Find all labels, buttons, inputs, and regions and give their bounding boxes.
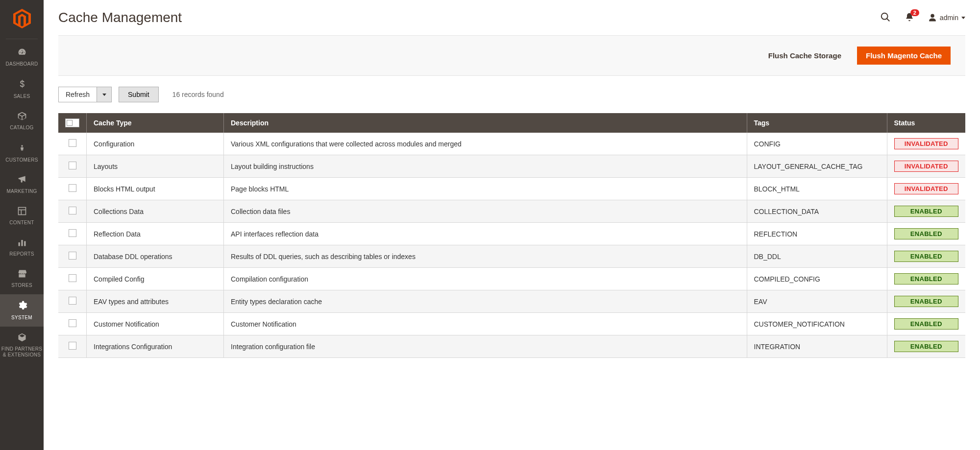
row-checkbox[interactable] — [69, 297, 76, 305]
top-bar-right: 2 admin — [880, 12, 965, 24]
svg-line-7 — [887, 18, 890, 21]
cache-grid: Cache Type Description Tags Status Confi… — [58, 113, 965, 358]
storefront-icon — [1, 269, 43, 280]
search-icon[interactable] — [880, 12, 891, 24]
mass-action-value[interactable]: Refresh — [58, 87, 97, 102]
sidebar-item-system[interactable]: SYSTEM — [0, 294, 44, 327]
svg-point-6 — [882, 13, 888, 19]
cell-cache-type: Reflection Data — [87, 223, 224, 245]
cell-tags: CONFIG — [747, 133, 887, 155]
sidebar-item-dashboard[interactable]: DASHBOARD — [0, 42, 44, 73]
layout-icon — [1, 206, 43, 217]
cell-tags: REFLECTION — [747, 223, 887, 245]
cube-icon — [1, 332, 43, 343]
cell-tags: COMPILED_CONFIG — [747, 268, 887, 290]
row-checkbox[interactable] — [69, 139, 76, 147]
cell-description: Customer Notification — [224, 313, 747, 335]
cell-tags: DB_DDL — [747, 245, 887, 268]
sidebar-item-label: CONTENT — [9, 220, 34, 225]
select-all-checkbox[interactable] — [65, 118, 79, 127]
cell-description: API interfaces reflection data — [224, 223, 747, 245]
table-row: Collections DataCollection data filesCOL… — [58, 200, 965, 223]
sidebar-item-label: MARKETING — [6, 189, 37, 194]
row-checkbox[interactable] — [69, 252, 76, 260]
barchart-icon — [1, 237, 43, 248]
sidebar-item-content[interactable]: CONTENT — [0, 200, 44, 232]
box-icon — [1, 111, 43, 122]
sidebar-item-reports[interactable]: REPORTS — [0, 232, 44, 263]
flush-cache-storage-button[interactable]: Flush Cache Storage — [760, 47, 850, 65]
col-header-status[interactable]: Status — [887, 113, 965, 133]
sidebar-item-stores[interactable]: STORES — [0, 263, 44, 294]
dollar-icon — [1, 79, 43, 91]
sidebar-item-label: SYSTEM — [11, 315, 32, 320]
megaphone-icon — [1, 175, 43, 186]
mass-action-select[interactable]: Refresh — [58, 87, 112, 102]
cell-cache-type: Integrations Configuration — [87, 335, 224, 358]
main-content: Cache Management 2 admin Flush Cache Sto… — [44, 0, 980, 450]
cell-cache-type: Customer Notification — [87, 313, 224, 335]
cell-tags: BLOCK_HTML — [747, 178, 887, 200]
table-row: LayoutsLayout building instructionsLAYOU… — [58, 155, 965, 178]
dashboard-icon — [1, 47, 43, 58]
cell-cache-type: Blocks HTML output — [87, 178, 224, 200]
row-checkbox[interactable] — [69, 162, 76, 169]
cell-description: Layout building instructions — [224, 155, 747, 178]
sidebar-item-label: REPORTS — [9, 251, 34, 257]
notification-badge: 2 — [910, 9, 919, 16]
row-checkbox[interactable] — [69, 207, 76, 214]
username-label: admin — [940, 14, 958, 22]
col-header-checkbox[interactable] — [58, 113, 87, 133]
table-row: Integrations ConfigurationIntegration co… — [58, 335, 965, 358]
status-badge: INVALIDATED — [894, 138, 959, 149]
cell-cache-type: Configuration — [87, 133, 224, 155]
mass-action-toggle[interactable] — [97, 87, 112, 102]
col-header-tags[interactable]: Tags — [747, 113, 887, 133]
status-badge: ENABLED — [894, 296, 959, 307]
chevron-down-icon — [961, 17, 965, 19]
status-badge: ENABLED — [894, 318, 959, 330]
submit-button[interactable]: Submit — [119, 87, 159, 102]
row-checkbox[interactable] — [69, 342, 76, 350]
cell-description: Collection data files — [224, 200, 747, 223]
cell-cache-type: Compiled Config — [87, 268, 224, 290]
caret-down-icon — [102, 94, 106, 96]
sidebar-item-sales[interactable]: SALES — [0, 73, 44, 105]
sidebar-item-customers[interactable]: CUSTOMERS — [0, 137, 44, 169]
sidebar-item-marketing[interactable]: MARKETING — [0, 169, 44, 200]
cell-tags: COLLECTION_DATA — [747, 200, 887, 223]
cell-cache-type: Layouts — [87, 155, 224, 178]
table-row: ConfigurationVarious XML configurations … — [58, 133, 965, 155]
sidebar-item-label: SALES — [14, 94, 30, 99]
svg-rect-4 — [21, 240, 23, 246]
status-badge: ENABLED — [894, 273, 959, 284]
cell-description: Integration configuration file — [224, 335, 747, 358]
table-row: Database DDL operationsResults of DDL qu… — [58, 245, 965, 268]
svg-rect-0 — [18, 208, 25, 215]
user-menu[interactable]: admin — [928, 13, 965, 22]
row-checkbox[interactable] — [69, 274, 76, 282]
col-header-desc[interactable]: Description — [224, 113, 747, 133]
magento-logo[interactable] — [6, 0, 38, 39]
row-checkbox[interactable] — [69, 319, 76, 327]
person-icon — [1, 142, 43, 154]
sidebar-item-label: DASHBOARD — [5, 61, 38, 67]
status-badge: ENABLED — [894, 206, 959, 217]
notifications-button[interactable]: 2 — [905, 12, 914, 24]
grid-toolbar: Refresh Submit 16 records found — [44, 76, 980, 113]
flush-magento-cache-button[interactable]: Flush Magento Cache — [857, 47, 951, 65]
status-badge: INVALIDATED — [894, 161, 959, 172]
records-found: 16 records found — [172, 91, 224, 98]
row-checkbox[interactable] — [69, 229, 76, 237]
cell-description: Results of DDL queries, such as describi… — [224, 245, 747, 268]
col-header-type[interactable]: Cache Type — [87, 113, 224, 133]
table-row: Compiled ConfigCompilation configuration… — [58, 268, 965, 290]
sidebar-item-find[interactable]: FIND PARTNERS & EXTENSIONS — [0, 327, 44, 364]
user-icon — [928, 13, 937, 22]
cell-description: Page blocks HTML — [224, 178, 747, 200]
sidebar-item-catalog[interactable]: CATALOG — [0, 105, 44, 137]
table-row: Reflection DataAPI interfaces reflection… — [58, 223, 965, 245]
admin-sidebar: DASHBOARDSALESCATALOGCUSTOMERSMARKETINGC… — [0, 0, 44, 450]
table-row: EAV types and attributesEntity types dec… — [58, 290, 965, 313]
row-checkbox[interactable] — [69, 184, 76, 192]
